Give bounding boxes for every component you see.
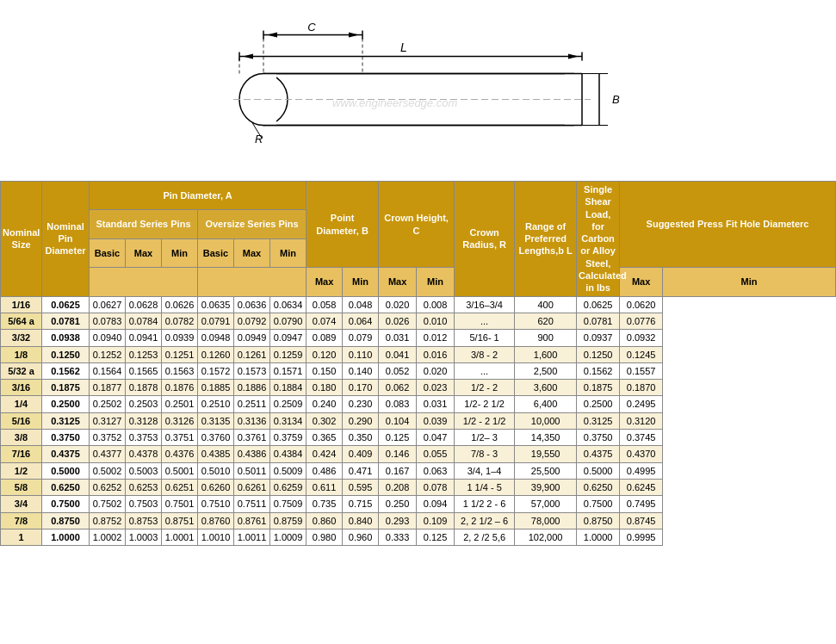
- col-pin-diameter: Pin Diameter, A: [90, 182, 307, 210]
- pt-max-header: Max: [307, 268, 343, 296]
- table-row: 3/320.09380.09400.09410.09390.09480.0949…: [1, 330, 836, 346]
- table-cell: 0.4378: [126, 446, 162, 462]
- std-min-header: Min: [162, 238, 198, 267]
- table-cell: 0.020: [379, 296, 417, 313]
- table-cell: 0.052: [379, 362, 417, 379]
- table-cell: 0.026: [379, 313, 417, 329]
- table-cell: 0.735: [307, 496, 343, 512]
- table-cell: 0.094: [417, 496, 455, 512]
- table-cell: 1 1/4 - 5: [455, 479, 515, 495]
- table-cell: 0.1876: [162, 380, 198, 396]
- svg-text:B: B: [612, 92, 620, 105]
- table-cell: 25,500: [515, 462, 577, 479]
- table-cell: 0.7511: [234, 496, 270, 512]
- table-cell: 0.8752: [90, 512, 126, 529]
- table-cell: 0.333: [379, 529, 417, 545]
- table-cell: 0.0939: [162, 330, 198, 346]
- table-cell: 0.1250: [577, 346, 620, 362]
- table-cell: 0.0783: [90, 313, 126, 329]
- table-cell: 0.8759: [270, 512, 307, 529]
- table-cell: 0.8761: [234, 512, 270, 529]
- table-cell: 0.6250: [577, 479, 620, 495]
- table-cell: 0.6245: [620, 479, 663, 495]
- over-max-header: Max: [234, 238, 270, 267]
- col-point-diam: Point Diameter, B: [307, 182, 379, 268]
- table-cell: 0.5010: [198, 462, 234, 479]
- table-cell: 0.4385: [198, 446, 234, 462]
- table-cell: 1,600: [515, 346, 577, 362]
- table-cell: 0.409: [343, 446, 379, 462]
- table-cell: 0.110: [343, 346, 379, 362]
- over-header-spacer: [198, 268, 307, 296]
- table-cell: 0.2510: [198, 396, 234, 412]
- table-cell: 0.3126: [162, 412, 198, 429]
- col-range: Range of Preferred Lengths,b L: [515, 182, 577, 297]
- table-cell: 0.1877: [90, 380, 126, 396]
- table-cell: 0.3127: [90, 412, 126, 429]
- svg-marker-16: [568, 53, 579, 59]
- table-cell: 0.7500: [577, 496, 620, 512]
- table-cell: 0.078: [417, 479, 455, 495]
- table-row: 11.00001.00021.00031.00011.00101.00111.0…: [1, 529, 836, 545]
- table-cell: 1 1/2 2 - 6: [455, 496, 515, 512]
- col-nominal-size: Nominal Size: [1, 182, 42, 297]
- table-cell: 0.125: [379, 430, 417, 446]
- svg-text:C: C: [307, 20, 316, 33]
- table-cell: 0.3759: [270, 430, 307, 446]
- table-cell: 0.0932: [620, 330, 663, 346]
- table-cell: 0.7495: [620, 496, 663, 512]
- table-cell: 0.3136: [234, 412, 270, 429]
- table-cell: 0.1557: [620, 362, 663, 379]
- table-cell: 0.0634: [270, 296, 307, 313]
- table-cell: 0.611: [307, 479, 343, 495]
- table-cell: 0.0781: [42, 313, 90, 329]
- table-cell: 0.064: [343, 313, 379, 329]
- table-cell: 0.5009: [270, 462, 307, 479]
- table-cell: 0.2502: [90, 396, 126, 412]
- table-cell: 0.0947: [270, 330, 307, 346]
- table-cell: 0.6260: [198, 479, 234, 495]
- table-row: 3/80.37500.37520.37530.37510.37600.37610…: [1, 430, 836, 446]
- table-cell: 19,550: [515, 446, 577, 462]
- table-cell: 0.180: [307, 380, 343, 396]
- table-cell: 0.055: [417, 446, 455, 462]
- col-crown-radius: Crown Radius, R: [455, 182, 515, 297]
- table-cell: 0.3752: [90, 430, 126, 446]
- table-cell: 0.0949: [234, 330, 270, 346]
- table-cell: 0.041: [379, 346, 417, 362]
- table-row: 1/160.06250.06270.06280.06260.06350.0636…: [1, 296, 836, 313]
- table-cell: 0.1885: [198, 380, 234, 396]
- table-cell: 0.1884: [270, 380, 307, 396]
- table-cell: 0.8750: [577, 512, 620, 529]
- table-cell: 5/64 a: [1, 313, 42, 329]
- table-cell: ...: [455, 362, 515, 379]
- pin-diagram: B L C R www.engineersedge.com: [160, 11, 677, 175]
- table-cell: 0.4386: [234, 446, 270, 462]
- table-cell: 0.0776: [620, 313, 663, 329]
- table-cell: 0.960: [343, 529, 379, 545]
- table-cell: 0.6261: [234, 479, 270, 495]
- table-cell: 0.0625: [42, 296, 90, 313]
- table-row: 5/80.62500.62520.62530.62510.62600.62610…: [1, 479, 836, 495]
- table-cell: 0.290: [343, 412, 379, 429]
- table-cell: 0.486: [307, 462, 343, 479]
- table-cell: 0.0791: [198, 313, 234, 329]
- table-cell: 0.250: [379, 496, 417, 512]
- table-cell: 0.3760: [198, 430, 234, 446]
- table-cell: 0.208: [379, 479, 417, 495]
- over-basic-header: Basic: [198, 238, 234, 267]
- table-cell: 3/32: [1, 330, 42, 346]
- table-cell: 0.840: [343, 512, 379, 529]
- table-cell: ...: [455, 313, 515, 329]
- table-cell: 0.008: [417, 296, 455, 313]
- table-cell: 0.048: [343, 296, 379, 313]
- table-cell: 0.3751: [162, 430, 198, 446]
- table-cell: 0.0941: [126, 330, 162, 346]
- pt-min-header: Min: [343, 268, 379, 296]
- crown-max-header: Max: [379, 268, 417, 296]
- table-cell: 0.3135: [198, 412, 234, 429]
- table-cell: 14,350: [515, 430, 577, 446]
- table-cell: 0.424: [307, 446, 343, 462]
- std-header-spacer: [90, 268, 198, 296]
- table-cell: 0.010: [417, 313, 455, 329]
